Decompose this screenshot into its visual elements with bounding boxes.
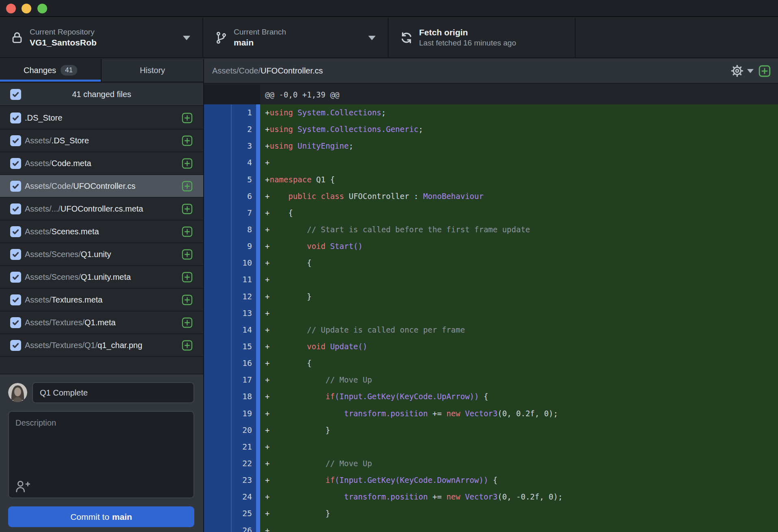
new-line-number[interactable]: 24: [232, 489, 256, 505]
selected-line-strip: [256, 439, 260, 455]
file-row[interactable]: Assets/.../UFOController.cs.meta: [0, 198, 203, 221]
old-line-number-gutter[interactable]: [204, 171, 231, 188]
file-row[interactable]: Assets/Textures/Q1.meta: [0, 311, 203, 334]
file-row[interactable]: .DS_Store: [0, 107, 203, 130]
old-line-number-gutter[interactable]: [204, 422, 231, 439]
new-line-number[interactable]: 2: [232, 121, 256, 138]
diff-line: 3+using UnityEngine;: [204, 138, 778, 154]
file-added-status-icon: [182, 203, 193, 214]
github-desktop-window: Current Repository VG1_SantosRob Current…: [0, 0, 778, 532]
old-line-number-gutter[interactable]: [204, 288, 231, 305]
new-line-number[interactable]: 9: [232, 238, 256, 255]
old-line-number-gutter[interactable]: [204, 489, 231, 505]
old-line-number-gutter[interactable]: [204, 104, 231, 121]
new-line-number[interactable]: 22: [232, 455, 256, 472]
old-line-number-gutter[interactable]: [204, 405, 231, 422]
diff-options-button[interactable]: [731, 65, 754, 77]
old-line-number-gutter[interactable]: [204, 522, 231, 532]
file-row[interactable]: Assets/Textures/Q1/q1_char.png: [0, 334, 203, 357]
commit-button[interactable]: Commit to main: [8, 506, 194, 527]
old-line-number-gutter[interactable]: [204, 455, 231, 472]
commit-summary-input[interactable]: [32, 382, 194, 403]
new-line-number[interactable]: 15: [232, 338, 256, 355]
file-checkbox[interactable]: [10, 112, 21, 123]
diff-code-lines: 1+using System.Collections;2+using Syste…: [204, 104, 778, 532]
new-line-number[interactable]: 23: [232, 472, 256, 489]
selected-line-strip: [256, 121, 260, 138]
tab-history[interactable]: History: [102, 59, 203, 82]
lock-icon: [10, 30, 24, 45]
new-line-number[interactable]: 19: [232, 405, 256, 422]
commit-description-input[interactable]: [9, 412, 193, 477]
new-line-number[interactable]: 18: [232, 388, 256, 405]
new-line-number[interactable]: 7: [232, 205, 256, 221]
file-checkbox[interactable]: [10, 249, 21, 260]
old-line-number-gutter[interactable]: [204, 388, 231, 405]
old-line-number-gutter[interactable]: [204, 271, 231, 288]
new-line-number[interactable]: 5: [232, 171, 256, 188]
new-line-number[interactable]: 8: [232, 221, 256, 238]
new-line-number[interactable]: 14: [232, 322, 256, 338]
new-line-number[interactable]: 13: [232, 305, 256, 322]
add-coauthor-button[interactable]: [15, 480, 31, 493]
old-line-number-gutter[interactable]: [204, 138, 231, 154]
file-checkbox[interactable]: [10, 203, 21, 214]
old-line-number-gutter[interactable]: [204, 305, 231, 322]
old-line-number-gutter[interactable]: [204, 355, 231, 372]
old-line-number-gutter[interactable]: [204, 121, 231, 138]
file-row[interactable]: Assets/Scenes.meta: [0, 221, 203, 243]
new-line-number[interactable]: 1: [232, 104, 256, 121]
file-checkbox[interactable]: [10, 317, 21, 328]
old-line-number-gutter[interactable]: [204, 238, 231, 255]
file-checkbox[interactable]: [10, 135, 21, 146]
old-line-number-gutter[interactable]: [204, 154, 231, 171]
old-line-number-gutter[interactable]: [204, 338, 231, 355]
old-line-number-gutter[interactable]: [204, 505, 231, 522]
file-row[interactable]: Assets/Code/UFOController.cs: [0, 175, 203, 198]
new-line-number[interactable]: 10: [232, 255, 256, 271]
new-line-number[interactable]: 17: [232, 372, 256, 388]
new-line-number[interactable]: 20: [232, 422, 256, 439]
minimize-window-button[interactable]: [22, 4, 31, 13]
file-checkbox[interactable]: [10, 158, 21, 169]
file-row[interactable]: Assets/Scenes/Q1.unity.meta: [0, 266, 203, 289]
old-line-number-gutter[interactable]: [204, 221, 231, 238]
new-line-number[interactable]: 3: [232, 138, 256, 154]
old-line-number-gutter[interactable]: [204, 439, 231, 455]
file-row[interactable]: Assets/Scenes/Q1.unity: [0, 243, 203, 266]
old-line-number-gutter[interactable]: [204, 205, 231, 221]
fetch-origin-button[interactable]: Fetch origin Last fetched 16 minutes ago: [389, 18, 576, 57]
old-line-number-gutter[interactable]: [204, 472, 231, 489]
chevron-down-icon: [183, 36, 190, 40]
current-branch-dropdown[interactable]: Current Branch main: [204, 18, 389, 57]
hunk-header-row[interactable]: @@ -0,0 +1,39 @@: [204, 84, 778, 104]
old-line-number-gutter[interactable]: [204, 255, 231, 271]
file-checkbox[interactable]: [10, 340, 21, 351]
new-line-number[interactable]: 25: [232, 505, 256, 522]
close-window-button[interactable]: [6, 4, 16, 13]
old-line-number-gutter[interactable]: [204, 322, 231, 338]
file-checkbox[interactable]: [10, 294, 21, 305]
file-row[interactable]: Assets/Code.meta: [0, 152, 203, 175]
old-line-number-gutter[interactable]: [204, 372, 231, 388]
new-line-number[interactable]: 16: [232, 355, 256, 372]
new-line-number[interactable]: 26: [232, 522, 256, 532]
new-line-number[interactable]: 4: [232, 154, 256, 171]
file-checkbox[interactable]: [10, 272, 21, 283]
new-line-number[interactable]: 6: [232, 188, 256, 205]
new-line-number[interactable]: 12: [232, 288, 256, 305]
tab-changes[interactable]: Changes 41: [0, 59, 102, 82]
git-branch-icon: [214, 30, 228, 45]
file-checkbox[interactable]: [10, 226, 21, 237]
new-line-number[interactable]: 11: [232, 271, 256, 288]
current-repository-dropdown[interactable]: Current Repository VG1_SantosRob: [0, 18, 203, 57]
select-all-row[interactable]: 41 changed files: [0, 83, 203, 106]
diff-file-path: Assets/Code/UFOController.cs: [212, 66, 323, 76]
file-row[interactable]: Assets/.DS_Store: [0, 130, 203, 152]
old-line-number-gutter[interactable]: [204, 188, 231, 205]
file-checkbox[interactable]: [10, 181, 21, 192]
zoom-window-button[interactable]: [37, 4, 47, 13]
file-row[interactable]: Assets/Textures.meta: [0, 289, 203, 311]
selected-line-strip: [256, 154, 260, 171]
new-line-number[interactable]: 21: [232, 439, 256, 455]
